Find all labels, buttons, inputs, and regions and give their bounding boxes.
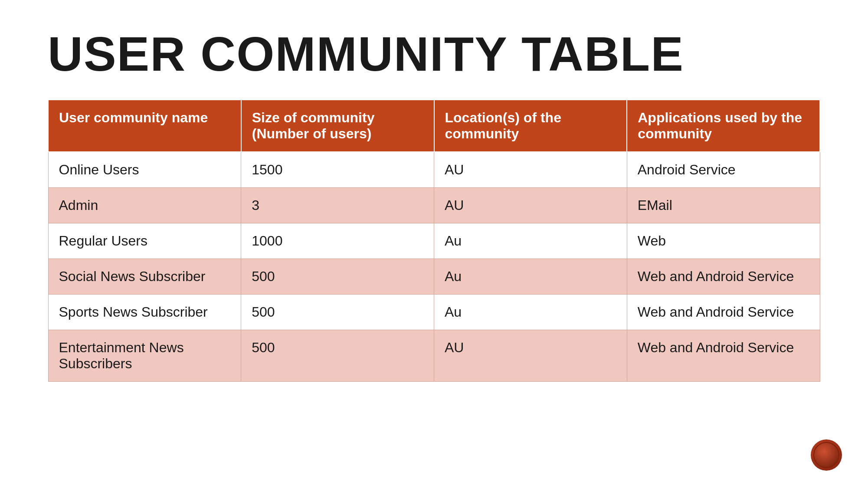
page-container: USER COMMUNITY TABLE User community name… [0,0,868,408]
table-row: Regular Users1000AuWeb [48,223,820,259]
community-table: User community name Size of community (N… [48,99,820,382]
table-cell: AU [434,330,627,382]
table-cell: Web and Android Service [627,259,820,295]
table-cell: Au [434,259,627,295]
table-cell: Online Users [48,152,241,188]
header-location: Location(s) of the community [434,100,627,152]
table-cell: Web and Android Service [627,295,820,330]
table-cell: Au [434,223,627,259]
table-cell: Sports News Subscriber [48,295,241,330]
header-applications: Applications used by the community [627,100,820,152]
table-cell: AU [434,152,627,188]
watermark-logo [811,439,842,471]
table-cell: Android Service [627,152,820,188]
table-cell: Web and Android Service [627,330,820,382]
table-row: Admin3AUEMail [48,188,820,223]
table-cell: AU [434,188,627,223]
table-cell: Web [627,223,820,259]
table-cell: 1500 [241,152,434,188]
table-row: Social News Subscriber500AuWeb and Andro… [48,259,820,295]
table-cell: Au [434,295,627,330]
table-header-row: User community name Size of community (N… [48,100,820,152]
table-cell: 500 [241,295,434,330]
table-cell: EMail [627,188,820,223]
table-cell: Entertainment News Subscribers [48,330,241,382]
table-cell: 500 [241,330,434,382]
header-community-name: User community name [48,100,241,152]
table-cell: Admin [48,188,241,223]
table-row: Entertainment News Subscribers500AUWeb a… [48,330,820,382]
page-title: USER COMMUNITY TABLE [48,26,820,82]
table-cell: Regular Users [48,223,241,259]
table-row: Online Users1500AUAndroid Service [48,152,820,188]
header-size: Size of community (Number of users) [241,100,434,152]
table-cell: Social News Subscriber [48,259,241,295]
table-cell: 1000 [241,223,434,259]
table-cell: 500 [241,259,434,295]
table-cell: 3 [241,188,434,223]
watermark-inner [813,442,839,468]
table-row: Sports News Subscriber500AuWeb and Andro… [48,295,820,330]
